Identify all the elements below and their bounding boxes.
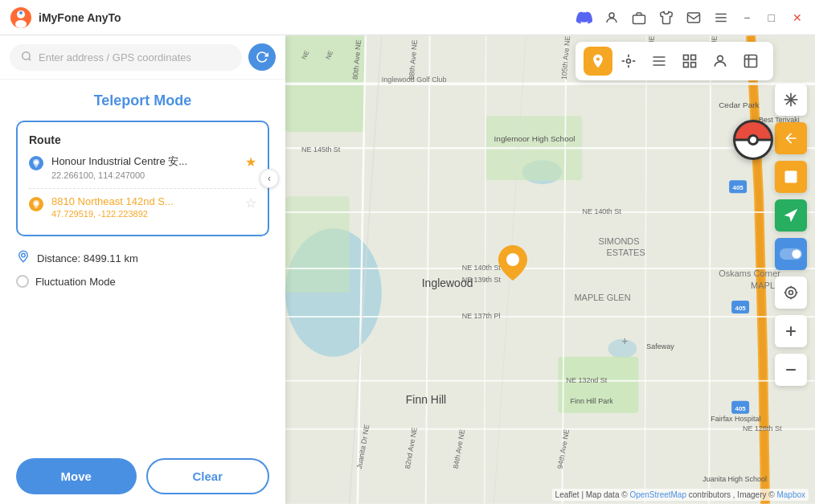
svg-text:SIMONDS: SIMONDS — [598, 236, 639, 246]
back-button[interactable] — [775, 122, 807, 154]
origin-dot — [29, 156, 43, 170]
svg-text:Finn Hill: Finn Hill — [406, 393, 446, 406]
origin-coords: 22.266100, 114.247000 — [51, 170, 237, 180]
app-title: iMyFone AnyTo — [39, 11, 121, 24]
toggle-button[interactable] — [775, 238, 807, 270]
distance-row: Distance: 8499.11 km — [16, 249, 269, 267]
action-buttons: Move Clear — [16, 458, 269, 494]
svg-point-10 — [23, 51, 30, 59]
svg-text:405: 405 — [735, 305, 746, 312]
attribution-text: Leaflet | Map data © — [555, 490, 630, 499]
svg-rect-91 — [745, 55, 757, 68]
search-icon — [21, 51, 32, 64]
collapse-button[interactable]: ‹ — [260, 169, 279, 188]
svg-text:NE 132nd St: NE 132nd St — [566, 376, 607, 384]
my-location-button[interactable] — [775, 277, 807, 309]
briefcase-icon[interactable] — [631, 10, 647, 26]
route-origin-item: Honour Industrial Centre 安... 22.266100,… — [29, 154, 256, 180]
svg-point-4 — [609, 13, 614, 18]
svg-point-80 — [506, 253, 519, 266]
pokeball-center — [747, 134, 759, 145]
close-button[interactable]: ✕ — [789, 10, 805, 26]
search-input[interactable] — [39, 51, 231, 64]
zoom-in-button[interactable] — [775, 315, 807, 347]
search-input-wrap — [10, 44, 242, 71]
map-location-pin — [498, 245, 527, 284]
map-background: 88th Ave NE 80th Ave NE 105th Ave NE 112… — [285, 35, 815, 504]
teleport-title: Teleport Mode — [16, 92, 269, 109]
route-divider — [29, 188, 256, 189]
record-button[interactable] — [775, 161, 807, 193]
user-icon[interactable] — [604, 10, 620, 26]
navigate-button[interactable] — [775, 199, 807, 232]
svg-point-100 — [792, 249, 801, 258]
origin-name: Honour Industrial Centre 安... — [51, 154, 237, 169]
svg-text:+: + — [621, 334, 628, 347]
origin-star-icon[interactable]: ★ — [245, 154, 256, 170]
pokeball — [733, 120, 773, 160]
maximize-button[interactable]: □ — [765, 10, 778, 26]
minimize-button[interactable]: − — [740, 10, 753, 26]
origin-info: Honour Industrial Centre 安... 22.266100,… — [51, 154, 237, 180]
openstreetmap-link[interactable]: OpenStreetMap — [629, 490, 686, 499]
fluctuation-radio[interactable] — [16, 275, 29, 288]
svg-text:Inglewood Golf Club: Inglewood Golf Club — [382, 76, 447, 84]
svg-point-81 — [627, 59, 631, 64]
attribution-suffix: contributors , Imagery © — [689, 490, 777, 499]
tshirt-icon[interactable] — [658, 10, 674, 26]
clear-button[interactable]: Clear — [146, 458, 270, 494]
route-label: Route — [29, 133, 256, 146]
svg-point-90 — [718, 55, 723, 61]
refresh-button[interactable] — [248, 43, 276, 71]
titlebar-right: − □ ✕ — [576, 10, 805, 26]
svg-text:Inglewood: Inglewood — [422, 277, 473, 289]
route-mode-button[interactable] — [645, 47, 674, 76]
svg-rect-6 — [688, 13, 700, 23]
svg-text:ESTATES: ESTATES — [606, 248, 645, 257]
svg-text:MAPLE GLEN: MAPLE GLEN — [574, 293, 630, 302]
destination-dot — [29, 197, 43, 211]
map-right-controls — [775, 84, 807, 386]
freeze-button[interactable] — [775, 84, 807, 116]
multi-spot-button[interactable] — [675, 47, 704, 76]
distance-icon — [16, 249, 31, 267]
zoom-out-button[interactable] — [775, 354, 807, 386]
svg-point-101 — [789, 291, 793, 295]
svg-point-2 — [15, 20, 27, 28]
svg-rect-98 — [785, 171, 797, 183]
map-area[interactable]: 88th Ave NE 80th Ave NE 105th Ave NE 112… — [285, 35, 815, 504]
svg-point-3 — [19, 11, 23, 14]
titlebar: iMyFone AnyTo − □ ✕ — [0, 0, 815, 35]
search-bar — [0, 35, 285, 80]
svg-rect-87 — [691, 55, 696, 60]
fluctuation-label: Fluctuation Mode — [35, 276, 116, 288]
mapbox-link[interactable]: Mapbox — [776, 490, 805, 499]
svg-rect-86 — [684, 55, 689, 60]
history-button[interactable] — [736, 47, 765, 76]
destination-star-icon[interactable]: ☆ — [245, 195, 256, 211]
svg-text:NE 128th St: NE 128th St — [743, 424, 782, 432]
distance-text: Distance: 8499.11 km — [37, 252, 138, 264]
svg-text:Juanita High School: Juanita High School — [702, 475, 767, 483]
joystick-mode-button[interactable] — [614, 47, 643, 76]
route-card: Route Honour Industrial Centre 安... 22.2… — [16, 121, 269, 236]
svg-text:NE 145th St: NE 145th St — [301, 145, 341, 154]
svg-text:Safeway: Safeway — [646, 342, 674, 350]
svg-text:NE 140th St: NE 140th St — [462, 264, 502, 272]
avatar-button[interactable] — [706, 47, 735, 76]
svg-point-102 — [785, 287, 796, 297]
discord-icon[interactable] — [576, 10, 592, 26]
teleport-mode-button[interactable] — [584, 47, 612, 76]
map-attribution: Leaflet | Map data © OpenStreetMap contr… — [552, 489, 809, 501]
svg-rect-88 — [684, 63, 689, 68]
menu-icon[interactable] — [713, 10, 729, 26]
titlebar-left: iMyFone AnyTo — [10, 6, 121, 29]
map-toolbar — [575, 42, 773, 80]
route-destination-item: 8810 Northeast 142nd S... 47.729519, -12… — [29, 195, 256, 219]
svg-text:Inglemoor High School: Inglemoor High School — [494, 134, 575, 143]
main-layout: Teleport Mode Route Honour Industrial Ce… — [0, 35, 815, 504]
move-button[interactable]: Move — [16, 458, 137, 494]
mail-icon[interactable] — [686, 10, 702, 26]
app-logo — [10, 6, 32, 29]
svg-text:Fairfax Hospital: Fairfax Hospital — [711, 415, 760, 423]
